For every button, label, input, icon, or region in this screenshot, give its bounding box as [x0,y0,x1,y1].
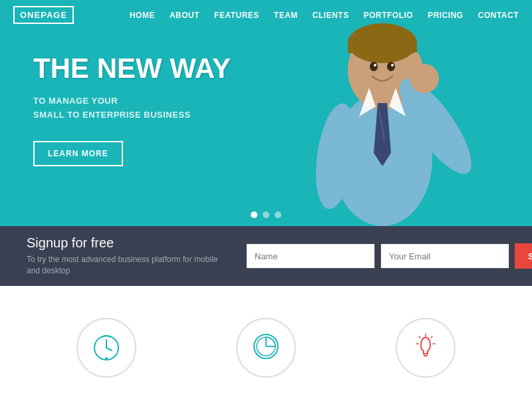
name-input[interactable] [246,243,375,269]
nav-portfolio[interactable]: PORTFOLIO [364,11,414,20]
feature-chart [186,318,346,378]
feature-bulb [346,318,505,378]
dot-3[interactable] [275,211,281,218]
signup-section: Signup for free To try the most advanced… [0,226,532,286]
signup-text: Signup for free To try the most advanced… [27,235,226,277]
person-svg [266,0,479,226]
nav-pricing[interactable]: PRICING [428,11,464,20]
features-section [0,286,532,396]
svg-rect-4 [348,43,417,53]
chart-icon-circle [236,318,296,378]
nav-features[interactable]: FEATURES [214,11,259,20]
logo[interactable]: ONEPAGE [13,6,74,24]
hero-person-image [266,0,479,226]
nav-links: HOME ABOUT FEATURES TEAM CLIENTS PORTFOL… [130,9,519,21]
nav-clients[interactable]: CLIENTS [313,11,349,20]
signup-title: Signup for free [27,235,226,251]
clock-icon [92,333,121,362]
nav-home[interactable]: HOME [130,11,155,20]
svg-point-21 [105,357,108,360]
svg-point-15 [387,62,395,71]
hero-subtitle: TO MANAGE YOUR SMALL TO ENTERPRISE BUSIN… [33,94,231,122]
svg-line-29 [431,336,432,338]
hero-section: THE NEW WAY TO MANAGE YOUR SMALL TO ENTE… [0,0,532,226]
signup-form: SIGNUP [246,243,532,269]
svg-line-20 [106,348,112,350]
nav-about[interactable]: ABOUT [170,11,200,20]
svg-point-16 [374,64,376,66]
navbar: ONEPAGE HOME ABOUT FEATURES TEAM CLIENTS… [0,0,532,29]
slider-dots [251,211,281,218]
nav-contact[interactable]: CONTACT [478,11,519,20]
learn-more-button[interactable]: LEARN MORE [33,141,123,166]
chart-icon [251,332,281,364]
signup-description: To try the most advanced business platfo… [27,254,226,277]
dot-1[interactable] [251,211,257,218]
dot-2[interactable] [263,211,269,218]
clock-icon-circle [76,318,136,378]
hero-title: THE NEW WAY [33,53,231,84]
signup-button[interactable]: SIGNUP [515,243,532,269]
email-input[interactable] [380,243,509,269]
hero-content: THE NEW WAY TO MANAGE YOUR SMALL TO ENTE… [33,53,231,166]
logo-page: PAGE [41,10,67,20]
svg-line-30 [419,336,420,338]
feature-clock [27,318,186,378]
logo-one: ONE [20,10,41,20]
svg-point-17 [391,64,394,66]
bulb-icon-circle [396,318,456,378]
nav-team[interactable]: TEAM [274,11,298,20]
bulb-icon [411,332,440,364]
svg-point-14 [370,62,378,71]
